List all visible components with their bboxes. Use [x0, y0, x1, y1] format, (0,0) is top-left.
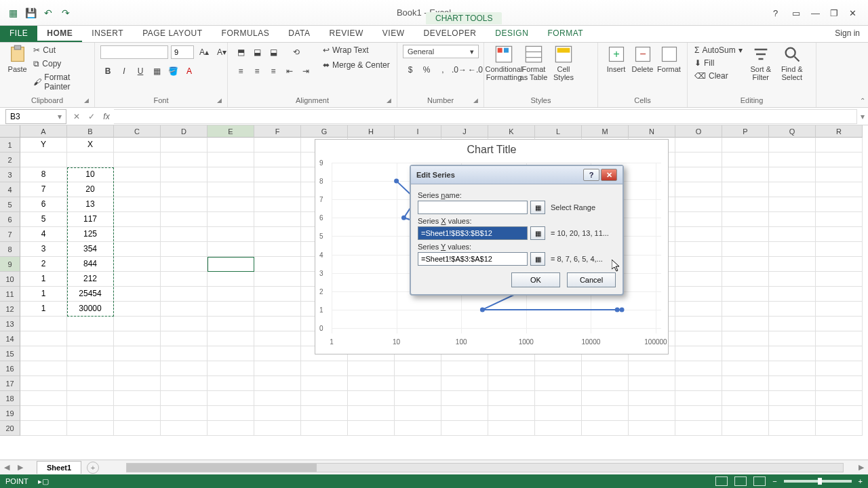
- minimize-icon[interactable]: —: [811, 8, 821, 18]
- column-header[interactable]: O: [675, 125, 722, 138]
- cell[interactable]: [208, 212, 254, 227]
- cell[interactable]: [254, 391, 301, 406]
- align-right-icon[interactable]: ≡: [266, 64, 281, 79]
- cell[interactable]: [208, 138, 254, 152]
- column-header[interactable]: P: [722, 125, 769, 138]
- tab-review[interactable]: REVIEW: [319, 26, 372, 42]
- cell[interactable]: [208, 421, 254, 436]
- row-header[interactable]: 8: [0, 242, 20, 257]
- column-header[interactable]: Q: [769, 125, 816, 138]
- cell[interactable]: [722, 167, 769, 182]
- cell[interactable]: [722, 152, 769, 167]
- cell[interactable]: [348, 361, 395, 376]
- ribbon-options-icon[interactable]: ▭: [792, 8, 802, 18]
- cell[interactable]: [722, 212, 769, 227]
- delete-cells-button[interactable]: −Delete: [630, 45, 655, 73]
- zoom-out-icon[interactable]: −: [772, 477, 776, 485]
- ok-button[interactable]: OK: [511, 272, 560, 287]
- sheet-tab-sheet1[interactable]: Sheet1: [37, 461, 81, 474]
- cell[interactable]: 844: [67, 257, 114, 272]
- cell[interactable]: [722, 406, 769, 421]
- sign-in-link[interactable]: Sign in: [827, 26, 868, 42]
- cell[interactable]: 6: [20, 197, 67, 212]
- cell[interactable]: [722, 182, 769, 197]
- cell[interactable]: [114, 257, 161, 272]
- series-name-input[interactable]: [418, 201, 528, 214]
- expand-formula-bar-icon[interactable]: ▾: [857, 112, 868, 121]
- cell[interactable]: [722, 138, 769, 152]
- series-x-range-picker[interactable]: ▦: [530, 226, 545, 240]
- cell[interactable]: [488, 406, 535, 421]
- font-size-select[interactable]: [171, 45, 194, 59]
- cell[interactable]: [722, 272, 769, 287]
- align-bottom-icon[interactable]: ⬓: [266, 45, 281, 60]
- cell[interactable]: [769, 152, 816, 167]
- cell[interactable]: [675, 391, 722, 406]
- cell[interactable]: 212: [67, 272, 114, 287]
- cut-button[interactable]: ✂Cut: [32, 45, 89, 56]
- cell[interactable]: [254, 212, 301, 227]
- align-left-icon[interactable]: ≡: [233, 64, 248, 79]
- accounting-format-icon[interactable]: $: [403, 62, 418, 77]
- cell[interactable]: [675, 287, 722, 302]
- cell[interactable]: 4: [20, 227, 67, 242]
- cell[interactable]: [816, 138, 863, 152]
- sort-filter-button[interactable]: Sort & Filter: [747, 45, 775, 81]
- cell[interactable]: [161, 167, 208, 182]
- cell[interactable]: [441, 361, 488, 376]
- cell[interactable]: [722, 391, 769, 406]
- worksheet-grid[interactable]: ABCDEFGHIJKLMNOPQR1234567891011121314151…: [0, 125, 868, 452]
- cell[interactable]: 117: [67, 212, 114, 227]
- cell[interactable]: [816, 391, 863, 406]
- tab-scroll-left[interactable]: ◀: [0, 463, 14, 472]
- cell[interactable]: [769, 227, 816, 242]
- column-header[interactable]: H: [348, 125, 395, 138]
- cell[interactable]: [769, 138, 816, 152]
- column-header[interactable]: G: [301, 125, 348, 138]
- clear-button[interactable]: ⌫Clear: [693, 70, 744, 81]
- tab-data[interactable]: DATA: [279, 26, 319, 42]
- series-y-range-picker[interactable]: ▦: [530, 252, 545, 266]
- cell[interactable]: [254, 227, 301, 242]
- cell[interactable]: [395, 376, 441, 391]
- clipboard-dialog-launcher[interactable]: ◢: [84, 97, 89, 104]
- orientation-icon[interactable]: ⟲: [289, 45, 304, 60]
- cell[interactable]: 1: [20, 302, 67, 317]
- zoom-in-icon[interactable]: +: [859, 477, 863, 485]
- increase-decimal-icon[interactable]: .0→: [452, 62, 467, 77]
- font-dialog-launcher[interactable]: ◢: [217, 97, 222, 104]
- cell[interactable]: [254, 272, 301, 287]
- cell[interactable]: [254, 167, 301, 182]
- column-header[interactable]: E: [208, 125, 254, 138]
- insert-cells-button[interactable]: +Insert: [604, 45, 629, 73]
- cell[interactable]: [208, 287, 254, 302]
- underline-button[interactable]: U: [133, 64, 148, 79]
- formula-input[interactable]: [114, 109, 857, 124]
- cell[interactable]: [816, 317, 863, 331]
- cell[interactable]: [254, 331, 301, 346]
- cell[interactable]: [722, 242, 769, 257]
- border-button[interactable]: ▦: [149, 64, 164, 79]
- cell[interactable]: [675, 317, 722, 331]
- align-middle-icon[interactable]: ⬓: [250, 45, 264, 60]
- cell[interactable]: [675, 182, 722, 197]
- column-header[interactable]: K: [488, 125, 535, 138]
- cell[interactable]: [20, 376, 67, 391]
- tab-scroll-right[interactable]: ▶: [14, 463, 27, 472]
- fill-button[interactable]: ⬇Fill: [693, 58, 744, 68]
- cell[interactable]: [395, 421, 441, 436]
- cell[interactable]: [161, 302, 208, 317]
- cell[interactable]: [488, 361, 535, 376]
- cell[interactable]: [161, 317, 208, 331]
- close-icon[interactable]: ✕: [849, 8, 859, 18]
- help-icon[interactable]: ?: [773, 8, 783, 18]
- cell[interactable]: [395, 406, 441, 421]
- cell[interactable]: [629, 421, 675, 436]
- series-y-input[interactable]: [418, 252, 528, 266]
- cell[interactable]: [20, 331, 67, 346]
- cell[interactable]: [114, 361, 161, 376]
- cell[interactable]: X: [67, 138, 114, 152]
- cell[interactable]: [769, 242, 816, 257]
- cell[interactable]: [301, 361, 348, 376]
- insert-function-icon[interactable]: fx: [99, 109, 114, 124]
